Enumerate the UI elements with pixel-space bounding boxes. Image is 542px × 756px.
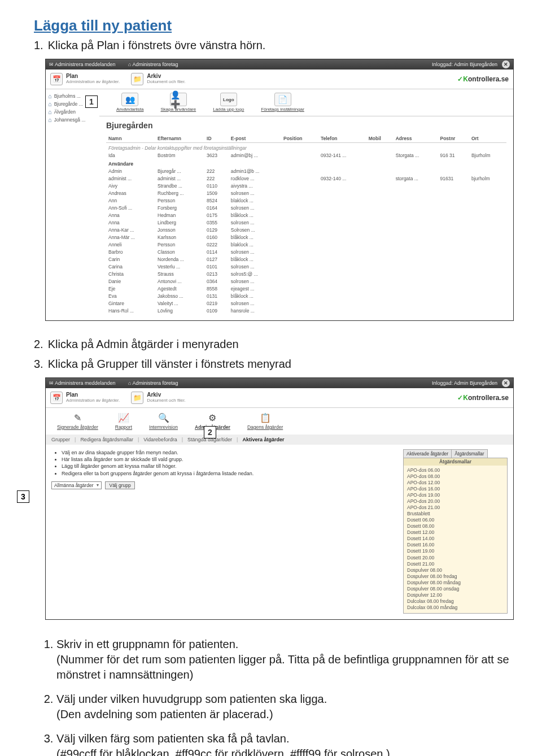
table-row[interactable]: AnneliPersson0222blaklock ... [106,241,506,249]
internrevision-button[interactable]: 🔍Internrevision [149,412,178,430]
mall-item[interactable]: APO-dos 21.00 [407,505,504,511]
rapport-button[interactable]: 📈Rapport [115,412,132,430]
settings-icon: 📄 [274,93,291,106]
mall-item[interactable]: Dosett 08.00 [407,523,504,529]
table-row[interactable]: ChristaStrauss0213solros5:@ ... [106,271,506,278]
screenshot-1: 1 ✉ Administrera meddelanden ⌂ Administr… [45,59,514,321]
mall-item[interactable]: APO-dos 08.00 [407,473,504,480]
mall-item[interactable]: Dospulver 08.00 [407,567,504,573]
instruction-bullet: Lägg till åtgärder genom att kryssa mall… [62,463,397,470]
tab-aktivera[interactable]: Aktivera åtgärder [242,437,284,442]
mall-item[interactable]: Dospulver 12.00 [407,592,504,598]
plan-button[interactable]: 📅 Plan Administration av åtgärder. [50,392,120,404]
mall-item[interactable]: APO-dos 16.00 [407,486,504,492]
table-row[interactable]: Anna-Mär ...Karlsson0160blåklock ... [106,234,506,241]
topbar-admin-co[interactable]: ⌂ Administrera företag [128,380,184,386]
table-row[interactable]: CarinaVesterlu ...0101solrosen ... [106,263,506,271]
mall-item[interactable]: Dospulver 08.00 fredag [407,573,504,580]
house-icon: ⌂ [48,108,52,115]
ss2-main-toolbar: ✎Signerade åtgärder 📈Rapport 🔍Internrevi… [46,408,513,435]
close-button[interactable]: ✕ [502,379,510,387]
instruction-bullet: Välj en av dina skapade grupper från men… [62,450,397,456]
group-dropdown[interactable]: Allmänna åtgärder [51,481,102,489]
mall-item[interactable]: Dosett 20.00 [407,555,504,561]
arkiv-sub: Dokument och filer. [147,79,185,84]
callout-2: 2 [204,426,216,438]
mall-item[interactable]: Dulcolax 08.00 fredag [407,598,504,605]
table-row[interactable]: AdminBjuregår ...222admin1@b ... [106,168,506,175]
mall-item[interactable]: Dosett 14.00 [407,536,504,542]
clipboard-icon: 📋 [260,412,271,423]
sidebar-item[interactable]: ⌂Älvgården [48,108,97,115]
table-row[interactable]: AivyStrandbe ...0110aivystra ... [106,183,506,190]
mall-item[interactable]: Dosett 06.00 [407,517,504,523]
table-row[interactable]: Anna-Kar ...Jonsson0129Solrosen ... [106,227,506,234]
mall-item[interactable]: APO-dos 19.00 [407,492,504,498]
signerade-button[interactable]: ✎Signerade åtgärder [57,412,98,430]
house-icon: ⌂ [48,101,52,107]
table-row[interactable]: EjeAgestedt8558ejeagest ... [106,285,506,293]
lower-step-1: Skriv in ett gruppnamn för patienten. (N… [56,637,514,683]
plan-button[interactable]: 📅 Plan Administration av åtgärder. [50,73,120,85]
table-row[interactable]: AndreasRuchberg ...1509solrosen ... [106,190,506,197]
table-row[interactable]: AnnaLindberg0355solrosen ... [106,219,506,227]
topbar-admin-msg[interactable]: ✉ Administrera meddelanden [49,380,121,386]
house-sidebar: ⌂Bjurholms ... ⌂Bjuregårde ... ⌂Älvgårde… [46,89,99,320]
mall-item[interactable]: Dospulver 08.00 måndag [407,580,504,586]
tab-mallar[interactable]: Redigera åtgärdsmallar [80,437,133,442]
mall-item[interactable]: APO-dos 12.00 [407,480,504,486]
mall-item[interactable]: Dosett 12.00 [407,529,504,536]
valj-grupp-button[interactable]: Välj grupp [105,481,134,489]
col-header: Postnr [438,134,469,143]
col-header: Namn [106,134,155,143]
house-icon: ⌂ [48,93,52,99]
foretags-installningar-button[interactable]: 📄 Företags inställningar [261,93,304,112]
table-row[interactable]: IdaBoström3623admin@bj ...0932-141 ...St… [106,151,506,159]
brand-logo: ✓Kontrollera.se [457,75,509,83]
table-row[interactable]: EvaJakobsso ...0131blåklock ... [106,293,506,300]
archive-icon: 📁 [131,392,143,404]
calendar-icon: 📅 [50,392,63,404]
section-title: Bjuregården [99,116,513,134]
table-row[interactable]: GintareValeityt ...0219solrosen ... [106,300,506,307]
close-button[interactable]: ✕ [502,60,510,68]
plan-bar: 📅 Plan Administration av åtgärder. 📁 Ark… [46,388,513,408]
users-icon: 👥 [121,93,138,106]
table-row[interactable]: BarbroClasson0114solrosen ... [106,249,506,256]
topbar-admin-co[interactable]: ⌂ Administrera företag [128,62,184,67]
doc-title: Lägga till ny patient [34,17,514,34]
ladda-upp-logo-button[interactable]: Logo Ladda upp logo [213,93,244,112]
mall-item[interactable]: Dosett 21.00 [407,561,504,567]
mall-item[interactable]: APO-dos 06.00 [407,467,504,473]
mall-item[interactable]: APO-dos 20.00 [407,498,504,505]
calendar-icon: 📅 [50,73,63,85]
mall-item[interactable]: Dospulver 08.00 onsdag [407,586,504,592]
tab-grupper[interactable]: Grupper [51,437,70,442]
panel-tab-aktiverade[interactable]: Aktiverade åtgärder [403,449,452,458]
skapa-anvandare-button[interactable]: 👤➕ Skapa användare [160,93,196,112]
callout-1: 1 [85,95,98,108]
table-row[interactable]: administ ...administ ...222rodklove ...0… [106,175,506,183]
table-row[interactable]: Hans-Rol ...Lövling0109hansrole ... [106,307,506,315]
topbar-admin-msg[interactable]: ✉ Administrera meddelanden [49,62,121,67]
arkiv-button[interactable]: 📁 Arkiv Dokument och filer. [131,392,185,404]
sidebar-item[interactable]: ⌂Johannesgå ... [48,116,97,123]
anvandarlista-button[interactable]: 👥 Användarlista [116,93,143,112]
table-row[interactable]: AnnaHedman0175blåklock ... [106,212,506,219]
mall-item[interactable]: Brustablett [407,511,504,517]
tab-vidare[interactable]: Vidarebefordra [143,437,177,442]
table-row[interactable]: AnnPersson8524blaklock ... [106,197,506,205]
lower-step-3: Välj vilken färg som patienten ska få på… [56,731,514,756]
mall-item[interactable]: Dosett 19.00 [407,548,504,554]
mall-item[interactable]: Dosett 16.00 [407,542,504,548]
panel-tab-mallar[interactable]: Åtgärdsmallar [452,449,487,458]
table-row[interactable]: DanieAntonovi ...0364solrosen ... [106,278,506,285]
app-topbar: ✉ Administrera meddelanden ⌂ Administrer… [46,59,513,69]
col-header: Adress [394,134,438,143]
table-row[interactable]: CarinNordenda ...0127blåklock ... [106,256,506,263]
mall-item[interactable]: Dulcolax 08.00 måndag [407,605,504,611]
dagens-atgarder-button[interactable]: 📋Dagens åtgärder [247,412,283,430]
arkiv-button[interactable]: 📁 Arkiv Dokument och filer. [131,73,185,85]
house-icon: ⌂ [48,116,52,123]
table-row[interactable]: Ann-Sofi ...Forsberg0164solrosen ... [106,205,506,212]
